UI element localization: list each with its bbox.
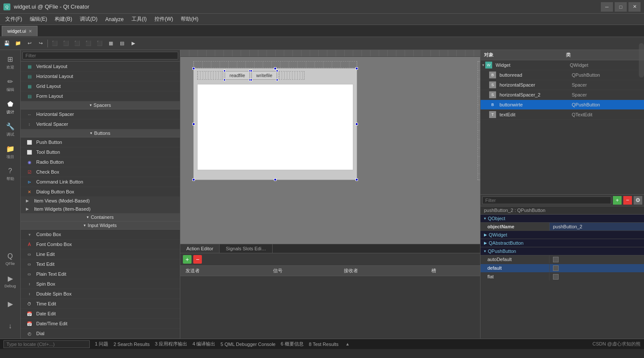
tab-close-icon[interactable]: ✕ xyxy=(28,29,32,34)
menu-controls[interactable]: 控件(W) xyxy=(151,15,176,24)
autodefault-checkbox[interactable] xyxy=(553,257,559,262)
widget-item-plain-text-edit[interactable]: ▭ Plain Text Edit xyxy=(21,269,180,279)
flat-checkbox[interactable] xyxy=(553,274,559,280)
widget-item-horizontal-layout[interactable]: ▤ Horizontal Layout xyxy=(21,72,180,81)
widget-item-line-edit[interactable]: ▭ Line Edit xyxy=(21,249,180,259)
toolbar-align-bottom[interactable]: ⬛ xyxy=(94,38,105,49)
widget-item-vertical-spacer[interactable]: ↕ Vertical Spacer xyxy=(21,119,180,129)
toolbar-open[interactable]: 📁 xyxy=(13,38,23,49)
widget-item-command-link-button[interactable]: ⊳ Command Link Button xyxy=(21,177,180,187)
object-row-hspacer2[interactable]: S horizontalSpacer_2 Spacer xyxy=(481,90,644,100)
widget-item-form-layout[interactable]: ▤ Form Layout xyxy=(21,91,180,101)
object-row-widget[interactable]: ▾ W Widget QWidget xyxy=(481,60,644,70)
menu-tools[interactable]: 工具(I) xyxy=(128,15,150,24)
object-row-buttonwirte[interactable]: B buttonwirte QPushButton xyxy=(481,100,644,110)
signal-delete-button[interactable]: − xyxy=(193,255,202,264)
toolbar-save[interactable]: 💾 xyxy=(2,38,12,49)
status-summary[interactable]: 6 概要信息 xyxy=(281,341,304,347)
prop-row-flat[interactable]: flat xyxy=(481,273,644,281)
status-test-results[interactable]: 8 Test Results xyxy=(309,342,339,347)
widget-item-font-combo-box[interactable]: A Font Combo Box xyxy=(21,240,180,249)
menu-help[interactable]: 帮助(H) xyxy=(177,15,202,24)
prop-section-qabstractbutton[interactable]: ▶ QAbstractButton xyxy=(481,239,644,247)
signal-tab-action-editor[interactable]: Action Editor xyxy=(180,244,220,253)
containers-category[interactable]: ▾ Containers xyxy=(21,213,180,221)
input-widgets-category[interactable]: ▾ Input Widgets xyxy=(21,221,180,230)
activity-project[interactable]: 📁 项目 xyxy=(1,141,20,163)
minimize-button[interactable]: ─ xyxy=(601,2,613,12)
object-row-buttonread[interactable]: B buttonread QPushButton xyxy=(481,70,644,80)
spacers-category[interactable]: ▾ Spacers xyxy=(21,101,180,109)
toolbar-preview[interactable]: ▶ xyxy=(128,38,138,49)
activity-edit[interactable]: ✏ 编辑 xyxy=(1,74,20,96)
buttons-category[interactable]: ▾ Buttons xyxy=(21,129,180,137)
widget-item-dialog-button-box[interactable]: ✕ Dialog Button Box xyxy=(21,187,180,197)
toolbar-align-left[interactable]: ⬛ xyxy=(50,38,60,49)
widget-item-time-edit[interactable]: ⏱ Time Edit xyxy=(21,299,180,309)
activity-welcome[interactable]: ⊞ 欢迎 xyxy=(1,52,20,73)
object-scrollbar[interactable] xyxy=(639,50,644,78)
activity-qflie[interactable]: Q QFlie xyxy=(1,248,20,270)
toolbar-align-center[interactable]: ⬛ xyxy=(61,38,71,49)
status-compile-output[interactable]: 4 编译输出 xyxy=(192,341,215,347)
activity-debug2[interactable]: ▶ Debug xyxy=(1,271,20,292)
widget-item-check-box[interactable]: ☑ Check Box xyxy=(21,167,180,177)
menu-analyze[interactable]: Analyze xyxy=(102,16,127,23)
widget-item-views-section[interactable]: ▶ Item Views (Model-Based) xyxy=(21,197,180,205)
widget-item-push-button[interactable]: ⬜ Push Button xyxy=(21,137,180,147)
activity-run[interactable]: ▶ xyxy=(1,293,20,314)
widget-item-text-edit[interactable]: ▭ Text Edit xyxy=(21,259,180,269)
status-search-results[interactable]: 2 Search Results xyxy=(113,342,150,347)
tab-widget-ui[interactable]: widget.ui ✕ xyxy=(2,26,38,36)
toolbar-align-right[interactable]: ⬛ xyxy=(72,38,82,49)
prop-section-qpushbutton[interactable]: ▾ QPushButton xyxy=(481,247,644,255)
widget-item-tool-button[interactable]: ⬜ Tool Button xyxy=(21,147,180,157)
widget-item-spin-box[interactable]: ↕ Spin Box xyxy=(21,279,180,289)
widget-filter-input[interactable] xyxy=(22,52,178,59)
menu-build[interactable]: 构建(B) xyxy=(51,15,75,24)
property-settings-button[interactable]: ⚙ xyxy=(634,196,642,205)
toolbar-form[interactable]: ▤ xyxy=(117,38,127,49)
property-add-button[interactable]: + xyxy=(613,196,622,205)
widget-item-date-edit[interactable]: 📅 Date Edit xyxy=(21,309,180,319)
object-row-hspacer[interactable]: S horizontalSpacer Spacer xyxy=(481,80,644,90)
activity-step[interactable]: ↓ xyxy=(1,315,20,337)
default-checkbox[interactable] xyxy=(553,265,559,271)
toolbar-redo[interactable]: ↪ xyxy=(35,38,46,49)
toolbar-undo[interactable]: ↩ xyxy=(24,38,35,49)
widget-item-datetime-edit[interactable]: 📅 Date/Time Edit xyxy=(21,319,180,329)
widget-item-horizontal-spacer[interactable]: ↔ Horizontal Spacer xyxy=(21,109,180,119)
prop-row-objectname[interactable]: objectName pushButton_2 xyxy=(481,223,644,231)
menu-debug[interactable]: 调试(D) xyxy=(76,15,101,24)
widget-item-radio-button[interactable]: ◉ Radio Button xyxy=(21,157,180,167)
status-search-input[interactable] xyxy=(3,340,90,348)
maximize-button[interactable]: □ xyxy=(615,2,627,12)
widget-item-grid-layout[interactable]: ▦ Grid Layout xyxy=(21,81,180,91)
status-arrow[interactable]: ▲ xyxy=(346,342,350,346)
activity-help[interactable]: ? 帮助 xyxy=(1,164,20,185)
status-problems[interactable]: 1 问题 xyxy=(95,341,108,347)
widget-item-dial[interactable]: ◴ Dial xyxy=(21,329,180,339)
status-app-output[interactable]: 3 应用程序输出 xyxy=(155,341,187,347)
prop-section-qwidget[interactable]: ▶ QWidget xyxy=(481,231,644,239)
form-empty-area[interactable] xyxy=(197,84,353,170)
design-canvas[interactable]: readfile writefile xyxy=(180,50,480,244)
prop-section-qobject[interactable]: ▾ QObject xyxy=(481,215,644,223)
close-button[interactable]: ✕ xyxy=(628,2,641,12)
menu-file[interactable]: 文件(F) xyxy=(2,15,25,24)
toolbar-align-top[interactable]: ⬛ xyxy=(83,38,94,49)
readfile-button[interactable]: readfile xyxy=(225,71,250,80)
object-row-textedit[interactable]: T textEdit QTextEdit xyxy=(481,110,644,120)
property-minus-button[interactable]: − xyxy=(623,196,632,205)
activity-design[interactable]: ⬟ 设计 xyxy=(1,97,20,118)
writefile-button[interactable]: writefile xyxy=(251,71,277,80)
widget-item-widgets-section[interactable]: ▶ Item Widgets (Item-Based) xyxy=(21,205,180,213)
prop-row-autodefault[interactable]: autoDefault xyxy=(481,255,644,264)
signal-add-button[interactable]: + xyxy=(183,255,192,264)
widget-item-double-spin-box[interactable]: ↕ Double Spin Box xyxy=(21,289,180,299)
menu-edit[interactable]: 编辑(E) xyxy=(26,15,50,24)
widget-item-combo-box[interactable]: ▾ Combo Box xyxy=(21,230,180,240)
toolbar-grid[interactable]: ▦ xyxy=(106,38,116,49)
form-widget[interactable]: readfile writefile xyxy=(193,68,357,180)
status-qml-debugger[interactable]: 5 QML Debugger Console xyxy=(220,342,275,347)
